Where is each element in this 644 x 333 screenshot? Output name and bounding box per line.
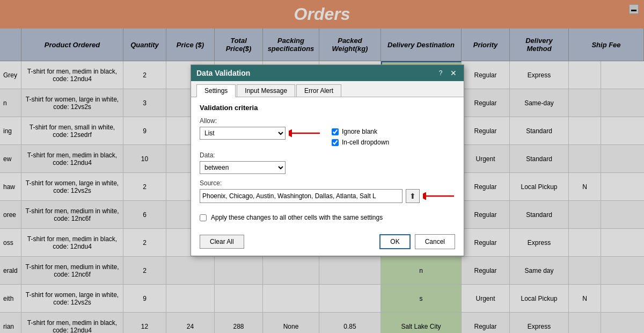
data-label: Data: — [200, 151, 455, 159]
data-col: Data: between — [200, 151, 455, 174]
dialog-close-button[interactable]: ✕ — [449, 68, 458, 78]
tab-error-alert[interactable]: Error Alert — [296, 84, 341, 97]
dialog-body: Validation criteria Allow: List — [191, 97, 464, 234]
allow-row: Allow: List — [200, 117, 455, 146]
source-row: ⬆ — [200, 189, 455, 203]
footer-actions: OK Cancel — [379, 234, 455, 249]
allow-select[interactable]: List — [200, 127, 286, 140]
tab-input-message[interactable]: Input Message — [237, 84, 295, 97]
allow-col: Allow: List — [200, 117, 321, 140]
apply-checkbox[interactable] — [200, 214, 207, 221]
ok-button[interactable]: OK — [379, 234, 410, 249]
in-cell-dropdown-row: In-cell dropdown — [332, 139, 389, 146]
dialog-title: Data Validation — [196, 69, 250, 77]
in-cell-dropdown-label: In-cell dropdown — [342, 139, 389, 146]
arrow-source — [423, 190, 455, 202]
ignore-blank-label: Ignore blank — [342, 128, 377, 135]
data-validation-dialog: Data Validation ? ✕ Settings Input Messa… — [191, 64, 464, 256]
in-cell-dropdown-checkbox[interactable] — [332, 139, 339, 146]
checkbox-group: Ignore blank In-cell dropdown — [332, 117, 389, 146]
dialog-tabs: Settings Input Message Error Alert — [191, 81, 464, 97]
dialog-controls: ? ✕ — [436, 68, 458, 78]
allow-label: Allow: — [200, 117, 321, 125]
dialog-titlebar: Data Validation ? ✕ — [191, 65, 464, 81]
apply-label: Apply these changes to all other cells w… — [211, 214, 383, 221]
apply-row: Apply these changes to all other cells w… — [200, 214, 455, 221]
ignore-blank-checkbox[interactable] — [332, 128, 339, 135]
source-col: Source: ⬆ — [200, 179, 455, 208]
source-label: Source: — [200, 179, 455, 187]
dialog-footer: Clear All OK Cancel — [191, 234, 464, 256]
dialog-help-button[interactable]: ? — [436, 68, 445, 78]
ignore-blank-row: Ignore blank — [332, 128, 389, 135]
source-collapse-button[interactable]: ⬆ — [406, 189, 420, 203]
source-input[interactable] — [200, 189, 402, 203]
clear-all-button[interactable]: Clear All — [200, 235, 244, 249]
validation-criteria-label: Validation criteria — [200, 104, 455, 112]
cancel-button[interactable]: Cancel — [415, 234, 455, 249]
data-select[interactable]: between — [200, 161, 286, 174]
tab-settings[interactable]: Settings — [196, 84, 236, 97]
arrow-allow — [289, 127, 321, 140]
